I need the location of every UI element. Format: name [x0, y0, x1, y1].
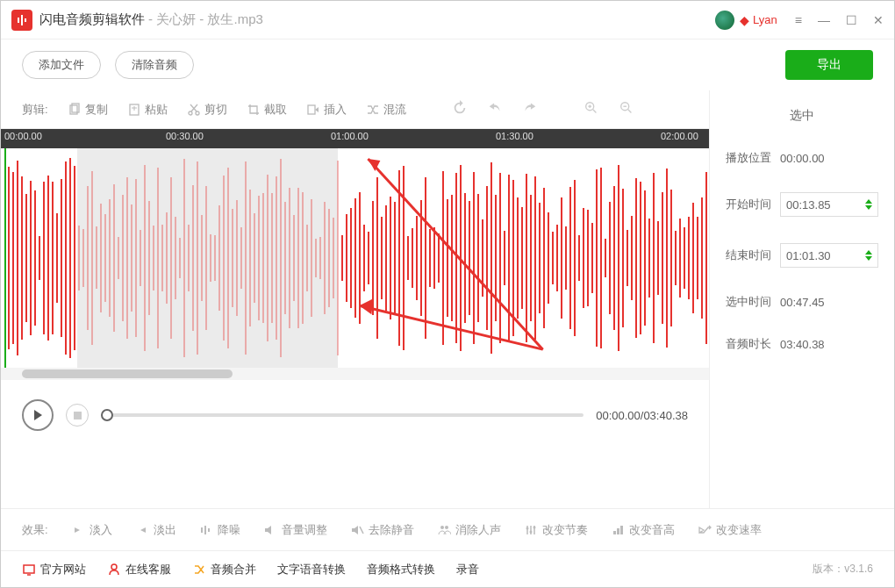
fade-out-button[interactable]: 淡出: [135, 522, 176, 538]
fade-in-button[interactable]: 淡入: [71, 522, 112, 538]
pitch-button[interactable]: 改变音高: [611, 522, 675, 538]
svg-rect-29: [201, 527, 203, 533]
remove-vocal-button[interactable]: 消除人声: [437, 522, 501, 538]
file-title: - 关心妍 - 放生.mp3: [148, 11, 263, 28]
ruler-tick: 00:00.00: [4, 131, 42, 141]
diamond-icon: ◆: [740, 13, 749, 27]
format-link[interactable]: 音频格式转换: [367, 562, 435, 577]
export-button[interactable]: 导出: [785, 50, 873, 80]
tempo-button[interactable]: 改变节奏: [524, 522, 588, 538]
progress-slider[interactable]: [101, 413, 584, 417]
merge-link[interactable]: 音频合并: [192, 562, 256, 577]
side-panel: 选中 播放位置 00:00.00 开始时间 00:13.85 结束时间 01:0…: [710, 90, 894, 508]
play-pos-label: 播放位置: [726, 150, 780, 166]
timeline-ruler[interactable]: 00:00.00 00:30.00 01:00.00 01:30.00 02:0…: [1, 129, 709, 148]
duration-label: 音频时长: [726, 336, 780, 352]
progress-knob[interactable]: [101, 409, 113, 421]
svg-marker-26: [75, 527, 80, 533]
speed-button[interactable]: 改变速率: [698, 522, 762, 538]
zoom-in-button[interactable]: [584, 100, 599, 118]
svg-line-15: [592, 110, 596, 113]
cut-button[interactable]: 剪切: [187, 102, 227, 118]
edit-toolbar: 剪辑: 复制 粘贴 剪切 截取 插入 混流: [1, 90, 709, 129]
menu-button[interactable]: ≡: [795, 13, 802, 27]
svg-marker-32: [265, 526, 271, 534]
titlebar: 闪电音频剪辑软件 - 关心妍 - 放生.mp3 ◆ Lyan ≡ — ☐ ✕: [1, 1, 894, 39]
end-up-icon[interactable]: [865, 250, 872, 255]
redo-button[interactable]: [522, 100, 538, 118]
svg-line-34: [360, 527, 363, 534]
version-label: 版本：v3.1.6: [813, 562, 873, 577]
record-link[interactable]: 录音: [456, 562, 479, 577]
refresh-button[interactable]: [452, 100, 468, 118]
mix-button[interactable]: 混流: [366, 102, 406, 118]
waveform: [1, 148, 709, 368]
crop-button[interactable]: 截取: [247, 102, 287, 118]
effects-label: 效果:: [22, 522, 48, 538]
zoom-out-button[interactable]: [619, 100, 634, 118]
clear-audio-button[interactable]: 清除音频: [115, 51, 194, 79]
support-link[interactable]: 在线客服: [107, 562, 171, 577]
svg-rect-13: [308, 105, 315, 114]
stop-button[interactable]: [66, 404, 89, 427]
side-title: 选中: [726, 108, 878, 124]
end-time-input[interactable]: 01:01.30: [780, 243, 878, 268]
play-pos-value: 00:00.00: [780, 152, 878, 165]
svg-rect-2: [25, 18, 26, 22]
ruler-tick: 01:30.00: [496, 131, 533, 141]
svg-rect-45: [620, 526, 623, 534]
scrollbar-thumb[interactable]: [22, 369, 233, 378]
tts-link[interactable]: 文字语音转换: [277, 562, 346, 577]
svg-point-48: [111, 564, 117, 570]
content-area: 剪辑: 复制 粘贴 剪切 截取 插入 混流 00:00.00 00:30.00 …: [1, 90, 894, 508]
start-down-icon[interactable]: [865, 205, 872, 210]
avatar[interactable]: [715, 11, 734, 30]
duration-value: 03:40.38: [780, 338, 878, 351]
add-file-button[interactable]: 添加文件: [22, 51, 101, 79]
undo-button[interactable]: [487, 100, 503, 118]
svg-rect-46: [24, 565, 34, 573]
time-display: 00:00.00/03:40.38: [596, 409, 688, 422]
ruler-tick: 01:00.00: [331, 131, 369, 141]
copy-button[interactable]: 复制: [68, 102, 108, 118]
svg-point-10: [196, 111, 199, 115]
svg-marker-25: [34, 410, 42, 420]
app-window: 闪电音频剪辑软件 - 关心妍 - 放生.mp3 ◆ Lyan ≡ — ☐ ✕ 添…: [0, 0, 895, 588]
ruler-tick: 00:30.00: [166, 131, 204, 141]
svg-point-9: [189, 111, 192, 115]
top-button-row: 添加文件 清除音频 导出: [1, 39, 894, 90]
end-down-icon[interactable]: [865, 256, 872, 261]
player-controls: 00:00.00/03:40.38: [1, 380, 709, 450]
start-up-icon[interactable]: [865, 199, 872, 204]
play-button[interactable]: [22, 399, 54, 431]
svg-rect-44: [617, 528, 619, 534]
svg-point-36: [445, 526, 448, 529]
svg-rect-30: [204, 526, 206, 534]
waveform-area[interactable]: [1, 148, 709, 368]
svg-point-40: [526, 527, 528, 529]
app-title: 闪电音频剪辑软件: [39, 11, 145, 28]
username[interactable]: Lyan: [753, 13, 777, 26]
edit-label: 剪辑:: [22, 102, 48, 118]
svg-marker-33: [352, 526, 358, 534]
close-button[interactable]: ✕: [873, 13, 884, 27]
svg-rect-0: [18, 18, 19, 23]
sel-time-label: 选中时间: [726, 294, 780, 310]
volume-button[interactable]: 音量调整: [263, 522, 327, 538]
svg-line-12: [190, 104, 197, 111]
svg-rect-31: [208, 528, 210, 532]
trim-silence-button[interactable]: 去除静音: [350, 522, 414, 538]
footer-bar: 官方网站 在线客服 音频合并 文字语音转换 音频格式转换 录音 版本：v3.1.…: [1, 550, 894, 587]
maximize-button[interactable]: ☐: [846, 13, 857, 27]
horizontal-scrollbar[interactable]: [1, 368, 709, 380]
denoise-button[interactable]: 降噪: [199, 522, 240, 538]
app-logo: [11, 10, 32, 31]
svg-rect-1: [21, 15, 23, 25]
insert-button[interactable]: 插入: [306, 102, 347, 118]
svg-rect-43: [613, 531, 616, 534]
svg-line-19: [627, 110, 631, 113]
website-link[interactable]: 官方网站: [22, 562, 86, 577]
start-time-input[interactable]: 00:13.85: [780, 192, 878, 217]
minimize-button[interactable]: —: [818, 13, 830, 27]
paste-button[interactable]: 粘贴: [127, 102, 168, 118]
